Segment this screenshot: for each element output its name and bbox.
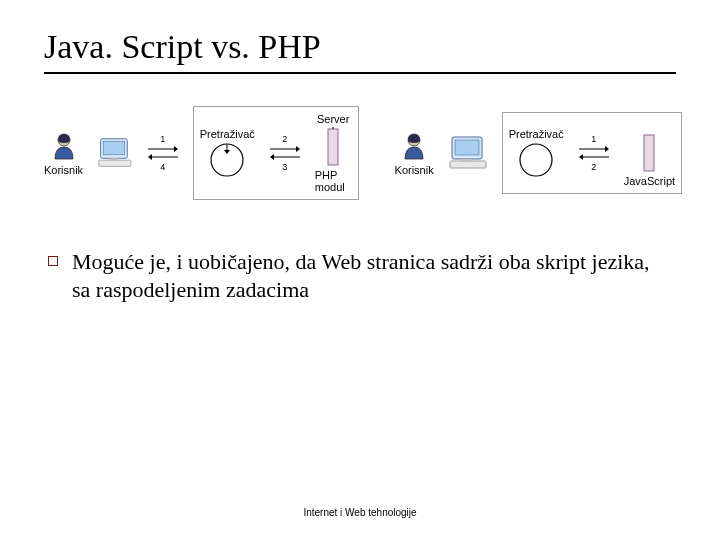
svg-rect-4 xyxy=(110,158,119,161)
slide-footer: Internet i Web tehnologije xyxy=(0,507,720,518)
step-4-left: 4 xyxy=(160,162,165,172)
bullet-item: Moguće je, i uobičajeno, da Web stranica… xyxy=(44,248,676,303)
diagram-js: Korisnik Pretraživač 1 xyxy=(395,106,683,200)
user-icon xyxy=(400,131,428,161)
svg-rect-28 xyxy=(644,135,654,171)
title-divider xyxy=(44,72,676,74)
svg-marker-8 xyxy=(148,154,152,160)
server-label-left: Server xyxy=(317,113,349,125)
module-label-left: PHP modul xyxy=(315,169,352,193)
step-2-left: 2 xyxy=(282,134,287,144)
svg-rect-2 xyxy=(103,141,124,154)
svg-rect-20 xyxy=(455,140,479,155)
arrow-left-icon xyxy=(148,154,178,160)
browser-label-left: Pretraživač xyxy=(200,128,255,140)
svg-marker-6 xyxy=(174,146,178,152)
js-module-icon xyxy=(641,133,657,173)
user-label-left: Korisnik xyxy=(44,164,83,176)
step-1-right: 1 xyxy=(591,134,596,144)
browser-circle-icon xyxy=(209,142,245,178)
svg-marker-15 xyxy=(270,154,274,160)
client-box-right: Pretraživač 1 2 JavaScript xyxy=(502,112,682,194)
browser-label-right: Pretraživač xyxy=(509,128,564,140)
step-1-left: 1 xyxy=(160,134,165,144)
browser-circle-icon xyxy=(518,142,554,178)
svg-rect-22 xyxy=(462,159,472,162)
svg-rect-3 xyxy=(99,160,131,166)
monitor-icon xyxy=(448,133,488,173)
svg-marker-25 xyxy=(605,146,609,152)
diagram-php: Korisnik 1 4 Pretraživač xyxy=(44,106,359,200)
arrow-left-icon xyxy=(270,154,300,160)
bullet-text: Moguće je, i uobičajeno, da Web stranica… xyxy=(72,248,672,303)
svg-marker-11 xyxy=(224,150,230,154)
arrow-right-icon xyxy=(270,146,300,152)
module-label-right: JavaScript xyxy=(624,175,675,187)
spacer xyxy=(648,119,651,131)
user-icon xyxy=(50,131,78,161)
svg-point-23 xyxy=(520,144,552,176)
step-2-right: 2 xyxy=(591,162,596,172)
server-box-left: Pretraživač 2 3 Server xyxy=(193,106,359,200)
slide-title: Java. Script vs. PHP xyxy=(44,28,676,66)
svg-rect-21 xyxy=(450,161,486,168)
svg-marker-13 xyxy=(296,146,300,152)
diagram-row: Korisnik 1 4 Pretraživač xyxy=(44,106,676,200)
monitor-icon xyxy=(97,133,133,173)
arrow-left-icon xyxy=(579,154,609,160)
arrow-right-icon xyxy=(579,146,609,152)
arrow-right-icon xyxy=(148,146,178,152)
server-module-icon xyxy=(325,127,341,167)
step-3-left: 3 xyxy=(282,162,287,172)
svg-marker-27 xyxy=(579,154,583,160)
bullet-square-icon xyxy=(48,256,58,266)
user-label-right: Korisnik xyxy=(395,164,434,176)
svg-rect-16 xyxy=(328,129,338,165)
